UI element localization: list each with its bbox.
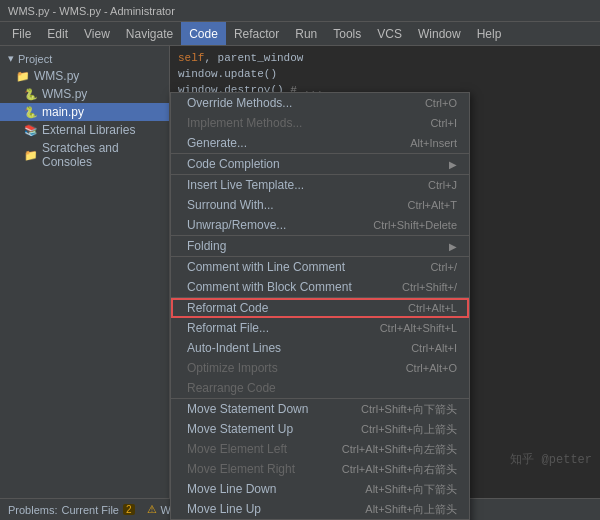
menu-folding[interactable]: Folding ▶	[171, 236, 469, 256]
title-text: WMS.py - WMS.py - Administrator	[8, 5, 175, 17]
menu-vcs[interactable]: VCS	[369, 22, 410, 45]
current-file-label: Current File	[62, 504, 119, 516]
menu-section-move: Move Statement Down Ctrl+Shift+向下箭头 Move…	[171, 399, 469, 520]
code-menu: Override Methods... Ctrl+O Implement Met…	[170, 92, 470, 520]
menu-rearrange-code: Rearrange Code	[171, 378, 469, 398]
menu-comment-block[interactable]: Comment with Block Comment Ctrl+Shift+/	[171, 277, 469, 297]
folder-icon: 📁	[16, 70, 30, 83]
current-file-count: 2	[123, 504, 135, 515]
collapse-icon: ▾	[8, 52, 14, 65]
menu-code[interactable]: Code	[181, 22, 226, 45]
menu-move-statement-down[interactable]: Move Statement Down Ctrl+Shift+向下箭头	[171, 399, 469, 419]
py-icon: 🐍	[24, 88, 38, 101]
code-line-2: window.update()	[170, 66, 600, 82]
menu-navigate[interactable]: Navigate	[118, 22, 181, 45]
menu-move-element-left: Move Element Left Ctrl+Alt+Shift+向左箭头	[171, 439, 469, 459]
menu-section-comments: Comment with Line Comment Ctrl+/ Comment…	[171, 257, 469, 298]
menu-unwrap-remove[interactable]: Unwrap/Remove... Ctrl+Shift+Delete	[171, 215, 469, 235]
menu-comment-line[interactable]: Comment with Line Comment Ctrl+/	[171, 257, 469, 277]
warning-icon: ⚠	[147, 503, 157, 516]
menu-section-folding: Folding ▶	[171, 236, 469, 257]
code-line-1: self, parent_window	[170, 50, 600, 66]
menu-insert-live-template[interactable]: Insert Live Template... Ctrl+J	[171, 175, 469, 195]
menu-code-completion[interactable]: Code Completion ▶	[171, 154, 469, 174]
menu-refactor[interactable]: Refactor	[226, 22, 287, 45]
menu-bar: File Edit View Navigate Code Refactor Ru…	[0, 22, 600, 46]
project-label: ▾ Project	[0, 50, 169, 67]
menu-optimize-imports: Optimize Imports Ctrl+Alt+O	[171, 358, 469, 378]
watermark: 知乎 @petter	[510, 451, 592, 468]
sidebar-item-wms-py[interactable]: 🐍 WMS.py	[0, 85, 169, 103]
menu-section-3: Insert Live Template... Ctrl+J Surround …	[171, 175, 469, 236]
dropdown-overlay: Override Methods... Ctrl+O Implement Met…	[170, 92, 470, 520]
menu-file[interactable]: File	[4, 22, 39, 45]
menu-surround-with[interactable]: Surround With... Ctrl+Alt+T	[171, 195, 469, 215]
folding-arrow-icon: ▶	[449, 241, 457, 252]
py-icon-main: 🐍	[24, 106, 38, 119]
menu-move-element-right: Move Element Right Ctrl+Alt+Shift+向右箭头	[171, 459, 469, 479]
problems-section: Problems: Current File 2	[8, 504, 135, 516]
menu-reformat-file[interactable]: Reformat File... Ctrl+Alt+Shift+L	[171, 318, 469, 338]
menu-tools[interactable]: Tools	[325, 22, 369, 45]
menu-override-methods[interactable]: Override Methods... Ctrl+O	[171, 93, 469, 113]
sidebar-item-external-libs[interactable]: 📚 External Libraries	[0, 121, 169, 139]
scratches-icon: 📁	[24, 149, 38, 162]
menu-move-line-down[interactable]: Move Line Down Alt+Shift+向下箭头	[171, 479, 469, 499]
menu-section-reformat: Reformat Code Ctrl+Alt+L Reformat File..…	[171, 298, 469, 399]
menu-view[interactable]: View	[76, 22, 118, 45]
sidebar-item-main-py[interactable]: 🐍 main.py	[0, 103, 169, 121]
menu-auto-indent[interactable]: Auto-Indent Lines Ctrl+Alt+I	[171, 338, 469, 358]
menu-reformat-code[interactable]: Reformat Code Ctrl+Alt+L	[171, 298, 469, 318]
menu-section-2: Code Completion ▶	[171, 154, 469, 175]
lib-icon: 📚	[24, 124, 38, 137]
menu-window[interactable]: Window	[410, 22, 469, 45]
title-bar: WMS.py - WMS.py - Administrator	[0, 0, 600, 22]
menu-move-line-up[interactable]: Move Line Up Alt+Shift+向上箭头	[171, 499, 469, 519]
sidebar-item-wms-root[interactable]: 📁 WMS.py	[0, 67, 169, 85]
main-layout: ▾ Project 📁 WMS.py 🐍 WMS.py 🐍 main.py 📚 …	[0, 46, 600, 498]
menu-implement-methods: Implement Methods... Ctrl+I	[171, 113, 469, 133]
arrow-icon: ▶	[449, 159, 457, 170]
sidebar: ▾ Project 📁 WMS.py 🐍 WMS.py 🐍 main.py 📚 …	[0, 46, 170, 498]
menu-edit[interactable]: Edit	[39, 22, 76, 45]
menu-run[interactable]: Run	[287, 22, 325, 45]
menu-move-statement-up[interactable]: Move Statement Up Ctrl+Shift+向上箭头	[171, 419, 469, 439]
menu-generate[interactable]: Generate... Alt+Insert	[171, 133, 469, 153]
sidebar-item-scratches[interactable]: 📁 Scratches and Consoles	[0, 139, 169, 171]
problems-label: Problems:	[8, 504, 58, 516]
menu-section-1: Override Methods... Ctrl+O Implement Met…	[171, 93, 469, 154]
menu-help[interactable]: Help	[469, 22, 510, 45]
